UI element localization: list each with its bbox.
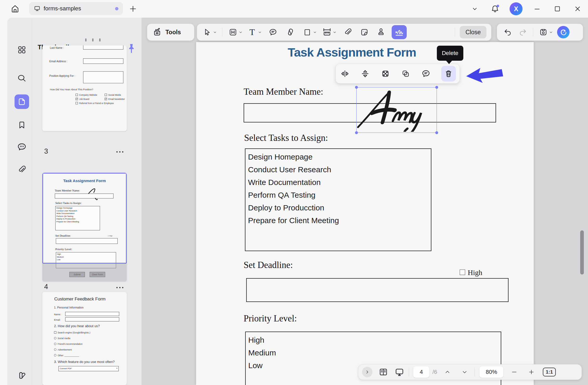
new-tab-button[interactable] <box>129 5 137 13</box>
tools-label: Tools <box>165 29 181 36</box>
zoom-out-button[interactable] <box>509 367 519 377</box>
tools-button[interactable]: Tools <box>147 24 194 41</box>
selection-handle-nw[interactable] <box>355 86 358 89</box>
reading-mode-button[interactable] <box>378 367 389 377</box>
thumbnail-4-menu[interactable] <box>116 287 123 288</box>
home-icon <box>10 4 20 13</box>
close-window-button[interactable] <box>572 3 583 15</box>
thumbnail-page-3[interactable]: Last Name : Email Address : Position App… <box>42 45 127 131</box>
sidebar-item-search[interactable] <box>15 71 29 86</box>
selection-box[interactable] <box>356 87 437 133</box>
list-item[interactable]: Design Homepage <box>248 150 428 163</box>
list-item[interactable]: High <box>248 334 498 346</box>
mini-select-value: Convert PDF <box>60 367 72 370</box>
list-item[interactable]: Deploy to Producction <box>248 201 428 214</box>
next-page-button[interactable] <box>459 367 470 377</box>
high-checkbox[interactable] <box>460 270 465 275</box>
list-item[interactable]: Medium <box>248 346 498 359</box>
shape-tool-dropdown[interactable] <box>313 30 317 34</box>
opacity-button[interactable] <box>380 68 391 79</box>
heading-tool-dropdown[interactable] <box>238 30 243 34</box>
thumbnail-3-menu[interactable] <box>116 151 123 153</box>
radio-icon <box>54 354 56 356</box>
document-tab[interactable]: forms-samples <box>29 2 123 15</box>
sticker-icon <box>360 28 369 37</box>
mini-field <box>83 45 123 50</box>
zoom-level-input[interactable]: 80% <box>479 366 503 378</box>
duplicate-button[interactable] <box>400 68 411 79</box>
comment-tool-button[interactable] <box>268 27 278 38</box>
priority-level-label: Priority Level: <box>244 313 297 324</box>
attachment-tool-button[interactable] <box>342 27 353 38</box>
home-button[interactable] <box>9 3 21 15</box>
list-item[interactable]: Write Documentation <box>248 176 428 189</box>
select-tool-button[interactable] <box>202 27 213 38</box>
selection-handle-ne[interactable] <box>435 86 438 89</box>
mini-label: How Did You Hear About This Position? <box>50 88 93 91</box>
text-tool-dropdown[interactable] <box>258 30 262 34</box>
stamp-tool-button[interactable] <box>376 27 386 38</box>
undo-button[interactable] <box>502 27 513 38</box>
text-tool-button[interactable]: T <box>247 27 258 38</box>
minimize-button[interactable] <box>531 3 543 15</box>
list-item[interactable]: Prepare for Client Meeting <box>248 214 428 227</box>
mini-label: Position Applying For : <box>49 74 75 77</box>
mini-field <box>83 58 123 64</box>
select-tool-dropdown[interactable] <box>213 30 217 34</box>
presentation-button[interactable] <box>394 367 405 377</box>
list-item: Company Website <box>76 94 105 96</box>
sidebar-item-thumbnails[interactable] <box>15 94 29 109</box>
panel-drag-handle[interactable] <box>85 38 101 42</box>
mini-label: Email Address : <box>49 60 67 63</box>
sidebar-item-home-grid[interactable] <box>15 43 29 57</box>
notifications-button[interactable] <box>489 3 501 15</box>
pin-icon[interactable] <box>126 43 137 54</box>
previous-page-button[interactable] <box>442 367 453 377</box>
delete-button-active[interactable] <box>441 66 456 81</box>
checkbox-icon <box>105 94 107 96</box>
selection-handle-sw[interactable] <box>355 131 358 134</box>
monitor-icon <box>34 5 41 12</box>
flip-vertical-button[interactable] <box>360 68 371 79</box>
selection-handle-se[interactable] <box>435 131 438 134</box>
book-layout-icon <box>379 367 388 377</box>
list-item[interactable]: Conduct User Research <box>248 163 428 176</box>
mini-label: Email: <box>54 319 61 321</box>
maximize-button[interactable] <box>552 3 563 15</box>
cursor-icon <box>203 28 211 36</box>
redo-button-disabled[interactable] <box>517 27 528 38</box>
tasks-listbox[interactable]: Design HomepageConduct User ResearchWrit… <box>245 148 431 251</box>
ai-assistant-button[interactable] <box>557 26 570 38</box>
avatar[interactable]: X <box>510 2 523 15</box>
sidebar-item-bookmarks[interactable] <box>15 118 29 132</box>
save-button[interactable] <box>538 27 549 38</box>
signature-tool-button-active[interactable] <box>392 25 407 39</box>
vertical-scrollbar[interactable] <box>580 230 584 274</box>
measure-tool-button[interactable] <box>322 27 332 38</box>
measure-tool-dropdown[interactable] <box>332 30 337 34</box>
sidebar-item-comments[interactable] <box>15 140 29 154</box>
thumbnail-page-5[interactable]: Customer Feedback Form 1. Personal Infor… <box>42 292 127 385</box>
expand-statusbar-button[interactable] <box>362 367 372 377</box>
window-menu-button[interactable] <box>469 3 480 15</box>
thumbnail-page-4-selected[interactable]: Task Assignment Form Team Member Name: S… <box>42 173 127 281</box>
pen-icon <box>286 28 295 37</box>
shape-tool-button[interactable] <box>302 27 313 38</box>
close-button[interactable]: Close <box>460 26 486 38</box>
save-dropdown[interactable] <box>549 30 553 34</box>
duplicate-icon <box>401 69 410 78</box>
sidebar-item-attachments[interactable] <box>15 162 29 177</box>
sidebar-item-swatches[interactable] <box>15 368 29 383</box>
mini-label: Last Name : <box>50 46 64 49</box>
mini-field <box>65 317 119 321</box>
object-comment-button[interactable] <box>420 68 431 79</box>
list-item[interactable]: Perform QA Testing <box>248 189 428 201</box>
zoom-in-button[interactable] <box>526 367 537 377</box>
pen-tool-button[interactable] <box>285 27 296 38</box>
flip-horizontal-button[interactable] <box>339 68 350 79</box>
deadline-field[interactable] <box>246 278 509 302</box>
heading-tool-button[interactable] <box>228 27 238 38</box>
actual-size-button[interactable]: 1:1 <box>543 368 556 376</box>
page-number-input[interactable]: 4 <box>413 366 429 378</box>
sticker-tool-button[interactable] <box>359 27 370 38</box>
